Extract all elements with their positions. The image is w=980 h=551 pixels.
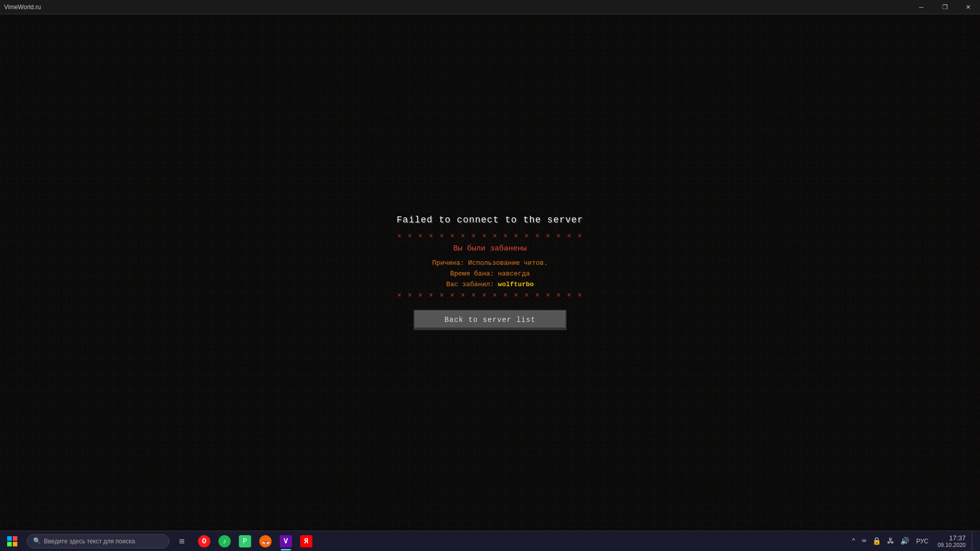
back-to-server-list-button[interactable]: Back to server list <box>413 310 567 330</box>
opera-icon: O <box>198 535 210 547</box>
yandex-icon: Я <box>300 535 312 547</box>
window-controls: ─ ❐ ✕ <box>910 0 980 14</box>
banned-by-value: wolfturbo <box>498 281 534 288</box>
banned-by-line: Вас забанил: wolfturbo <box>446 281 534 288</box>
volume-icon[interactable]: 🔊 <box>898 537 911 545</box>
titlebar: VimeWorld.ru ─ ❐ ✕ <box>0 0 980 14</box>
duration-label: Время бана: <box>450 270 498 278</box>
network-icon[interactable]: 🖧 <box>885 537 896 545</box>
keyboard-icon[interactable]: ⌨ <box>860 537 868 545</box>
disconnect-title: Failed to connect to the server <box>397 215 583 225</box>
taskbar-app-spotify[interactable]: ♪ <box>214 531 235 552</box>
separator-bottom: × × × × × × × × × × × × × × × × × × <box>397 291 583 299</box>
task-view-icon: ⊞ <box>179 536 184 546</box>
active-indicator <box>281 549 291 550</box>
task-view-button[interactable]: ⊞ <box>172 531 192 552</box>
taskbar-search[interactable]: 🔍 Введите здесь текст для поиска <box>27 534 169 548</box>
clock-date: 09.10.2020 <box>938 542 966 548</box>
search-placeholder: Введите здесь текст для поиска <box>44 538 135 545</box>
disconnect-dialog: Failed to connect to the server × × × × … <box>397 215 583 330</box>
windows-logo-icon <box>7 536 17 546</box>
reason-value: Использование читов. <box>468 259 548 267</box>
spotify-icon: ♪ <box>218 535 231 547</box>
clock-time: 17:37 <box>938 534 966 542</box>
banned-by-label: Вас забанил: <box>446 281 498 288</box>
lock-icon[interactable]: 🔒 <box>870 537 883 545</box>
restore-button[interactable]: ❐ <box>933 0 957 14</box>
taskbar-app-yandex[interactable]: Я <box>296 531 316 552</box>
taskbar-app-opera[interactable]: O <box>194 531 214 552</box>
reason-line: Причина: Использование читов. <box>432 259 548 267</box>
system-clock[interactable]: 17:37 09.10.2020 <box>934 534 970 548</box>
taskbar: 🔍 Введите здесь текст для поиска ⊞ O ♪ P… <box>0 531 980 551</box>
taskbar-app-palia[interactable]: P <box>235 531 255 552</box>
duration-line: Время бана: навсегда <box>450 270 530 278</box>
window-title: VimeWorld.ru <box>0 4 41 11</box>
duration-value: навсегда <box>498 270 530 278</box>
taskbar-apps: O ♪ P 🦊 V Я <box>194 531 316 552</box>
reason-label: Причина: <box>432 259 468 267</box>
palia-icon: P <box>239 535 251 547</box>
taskbar-tray: ⌃ ⌨ 🔒 🖧 🔊 РУС 17:37 09.10.2020 <box>849 531 980 552</box>
taskbar-app-firefox[interactable]: 🦊 <box>255 531 276 552</box>
start-button[interactable] <box>0 531 24 552</box>
chevron-up-icon[interactable]: ⌃ <box>849 537 857 545</box>
vimeworld-icon: V <box>280 535 292 547</box>
taskbar-app-vimeworld[interactable]: V <box>276 531 296 552</box>
language-indicator[interactable]: РУС <box>913 538 932 545</box>
banned-heading: Вы были забанены <box>453 244 527 253</box>
show-desktop-button[interactable] <box>972 531 976 552</box>
separator-top: × × × × × × × × × × × × × × × × × × <box>397 232 583 240</box>
main-content: Failed to connect to the server × × × × … <box>0 14 980 531</box>
firefox-icon: 🦊 <box>259 535 272 547</box>
search-icon: 🔍 <box>33 537 41 545</box>
minimize-button[interactable]: ─ <box>910 0 933 14</box>
close-button[interactable]: ✕ <box>957 0 980 14</box>
